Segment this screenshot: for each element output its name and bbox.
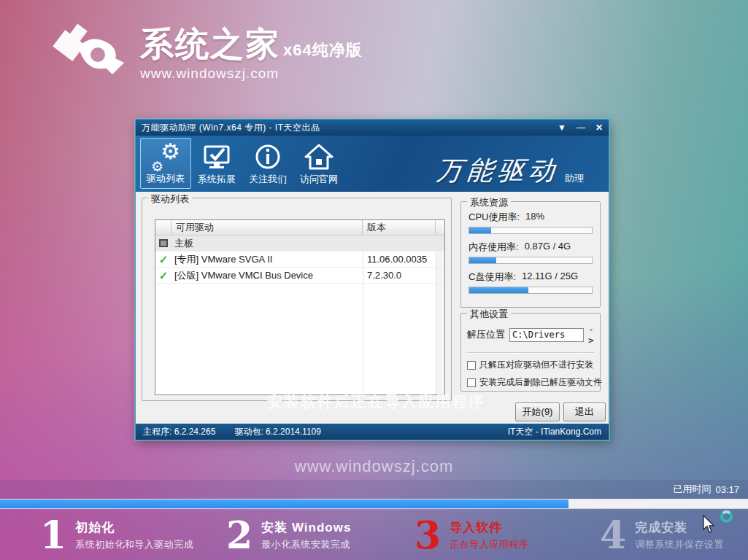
gears-icon: ⚙ ⚙: [150, 140, 182, 172]
extract-path-input[interactable]: [509, 328, 584, 342]
swap-arrows-icon: [42, 22, 130, 74]
app-brand: 万能驱动 助理: [436, 153, 584, 189]
start-button[interactable]: 开始(9): [515, 402, 560, 421]
other-settings-group: 其他设置 解压位置 -> 只解压对应驱动但不进行安装 安装完成后删除已解压驱动文…: [460, 313, 601, 392]
toolbar-label: 访问官网: [300, 173, 338, 186]
app-brand-main: 万能驱动: [434, 153, 560, 189]
step-desc: 调整系统并保存设置: [635, 538, 724, 551]
home-icon: [304, 141, 333, 173]
window-title: 万能驱动助理 (Win7.x64 专用) - IT天空出品: [142, 122, 558, 134]
step-desc: 正在导入应用程序: [450, 538, 528, 551]
toolbar-label: 系统拓展: [198, 173, 236, 186]
step-number: 1: [40, 515, 66, 556]
checkbox-label: 只解压对应驱动但不进行安装: [479, 359, 593, 371]
cpu-usage-meter: [469, 227, 593, 234]
brand-url: www.windowszj.com: [140, 66, 363, 82]
browse-arrow-button[interactable]: ->: [588, 324, 594, 346]
memory-usage-value: 0.87G / 4G: [525, 241, 571, 254]
driver-table[interactable]: 可用驱动 版本 主板 ✓ [专用] VMware SVGA II: [155, 219, 445, 395]
driver-version: 7.2.30.0: [363, 270, 436, 281]
cdrive-usage-meter: [469, 287, 593, 294]
step-desc: 系统初始化和导入驱动完成: [75, 538, 193, 551]
driver-version: 11.06.00.0035: [363, 254, 436, 265]
install-progress-bar: [0, 499, 748, 509]
cdrive-usage-label: C盘使用率:: [469, 271, 516, 284]
memory-usage-label: 内存使用率:: [469, 241, 519, 254]
table-row[interactable]: ✓ [公版] VMware VMCI Bus Device 7.2.30.0: [155, 268, 444, 284]
driver-assistant-window: 万能驱动助理 (Win7.x64 专用) - IT天空出品 ▼ — ✕ ⚙ ⚙ …: [135, 119, 609, 440]
cpu-usage-label: CPU使用率:: [469, 211, 520, 224]
info-circle-icon: [254, 141, 282, 173]
install-steps-bar: 1 初始化 系统初始化和导入驱动完成 2 安装 Windows 最小化系统安装完…: [0, 510, 748, 560]
header-version-column[interactable]: 版本: [363, 220, 436, 235]
step-install-windows: 2 安装 Windows 最小化系统安装完成: [226, 515, 351, 556]
driver-pack-version: 驱动包: 6.2.2014.1109: [234, 426, 321, 438]
extract-location-label: 解压位置: [467, 328, 505, 341]
desktop-background: 系统之家 x64纯净版 www.windowszj.com 万能驱动助理 (Wi…: [0, 0, 748, 560]
driver-table-header[interactable]: 可用驱动 版本: [155, 220, 444, 236]
exit-button[interactable]: 退出: [563, 402, 606, 421]
cdrive-usage: C盘使用率: 12.11G / 25G: [469, 271, 593, 294]
driver-list-group: 驱动列表 可用驱动 版本 主板: [142, 198, 452, 401]
step-initialize: 1 初始化 系统初始化和导入驱动完成: [40, 515, 193, 556]
monitor-check-icon: [202, 141, 231, 173]
header-icon-column: [155, 220, 171, 235]
checkbox-delete-after-install[interactable]: 安装完成后删除已解压驱动文件: [467, 376, 594, 389]
toolbar-label: 关注我们: [249, 173, 287, 186]
rollup-icon[interactable]: ▼: [558, 120, 566, 136]
cpu-usage-value: 18%: [525, 211, 544, 224]
step-title: 导入软件: [450, 519, 528, 536]
brand-edition: x64纯净版: [283, 39, 363, 61]
window-toolbar: ⚙ ⚙ 驱动列表 系统拓展: [136, 136, 609, 192]
step-number: 4: [600, 515, 626, 556]
step-title: 安装 Windows: [261, 519, 351, 536]
table-row-category[interactable]: 主板: [155, 236, 444, 252]
close-icon[interactable]: ✕: [595, 120, 603, 136]
driver-list-group-title: 驱动列表: [148, 192, 192, 206]
os-brand-logo: 系统之家 x64纯净版 www.windowszj.com: [42, 22, 363, 82]
vendor-text: IT天空 - ITianKong.Com: [508, 426, 601, 438]
cpu-usage: CPU使用率: 18%: [469, 211, 593, 234]
step-number: 2: [226, 515, 252, 556]
check-icon: ✓: [155, 253, 171, 266]
busy-spinner-icon: [720, 510, 733, 523]
settings-divider: [467, 352, 594, 354]
driver-name: 主板: [171, 237, 363, 250]
checkbox-extract-only[interactable]: 只解压对应驱动但不进行安装: [467, 359, 594, 371]
step-number: 3: [415, 515, 441, 556]
arrow-cursor-icon: [702, 515, 715, 534]
toolbar-system-extend-button[interactable]: 系统拓展: [191, 138, 242, 189]
checkbox-label: 安装完成后删除已解压驱动文件: [479, 376, 602, 389]
elapsed-time-value: 03:17: [715, 484, 739, 495]
driver-name: [公版] VMware VMCI Bus Device: [171, 269, 363, 282]
toolbar-about-us-button[interactable]: 关注我们: [242, 138, 293, 189]
step-desc: 最小化系统安装完成: [261, 538, 351, 551]
header-name-column[interactable]: 可用驱动: [171, 220, 363, 235]
window-titlebar[interactable]: 万能驱动助理 (Win7.x64 专用) - IT天空出品 ▼ — ✕: [136, 120, 609, 136]
memory-usage: 内存使用率: 0.87G / 4G: [469, 241, 593, 264]
system-resources-title: 系统资源: [467, 196, 511, 209]
elapsed-time-label: 已用时间: [673, 483, 711, 496]
toolbar-visit-website-button[interactable]: 访问官网: [293, 138, 344, 189]
install-progress-fill: [0, 499, 568, 508]
app-brand-sub: 助理: [565, 172, 584, 185]
header-spacer-column: [436, 220, 444, 235]
memory-usage-meter: [469, 257, 593, 264]
window-statusbar: 主程序: 6.2.24.265 驱动包: 6.2.2014.1109 IT天空 …: [136, 424, 609, 440]
minimize-icon[interactable]: —: [577, 120, 585, 136]
step-title: 初始化: [75, 519, 193, 536]
brand-title: 系统之家: [140, 22, 280, 67]
motherboard-icon: [159, 239, 168, 247]
checkbox-icon[interactable]: [467, 361, 476, 370]
toolbar-driver-list-button[interactable]: ⚙ ⚙ 驱动列表: [140, 138, 191, 189]
cdrive-usage-value: 12.11G / 25G: [522, 271, 578, 284]
table-row[interactable]: ✓ [专用] VMware SVGA II 11.06.00.0035: [155, 252, 444, 268]
mouse-cursor: [702, 510, 734, 540]
check-icon: ✓: [155, 269, 171, 282]
main-program-version: 主程序: 6.2.24.265: [143, 426, 215, 438]
window-content: 驱动列表 可用驱动 版本 主板: [136, 192, 609, 424]
system-resources-group: 系统资源 CPU使用率: 18% 内存使用率: 0.87G / 4G: [460, 201, 601, 308]
other-settings-title: 其他设置: [467, 308, 511, 321]
step-import-software: 3 导入软件 正在导入应用程序: [415, 515, 528, 556]
checkbox-icon[interactable]: [467, 378, 476, 387]
